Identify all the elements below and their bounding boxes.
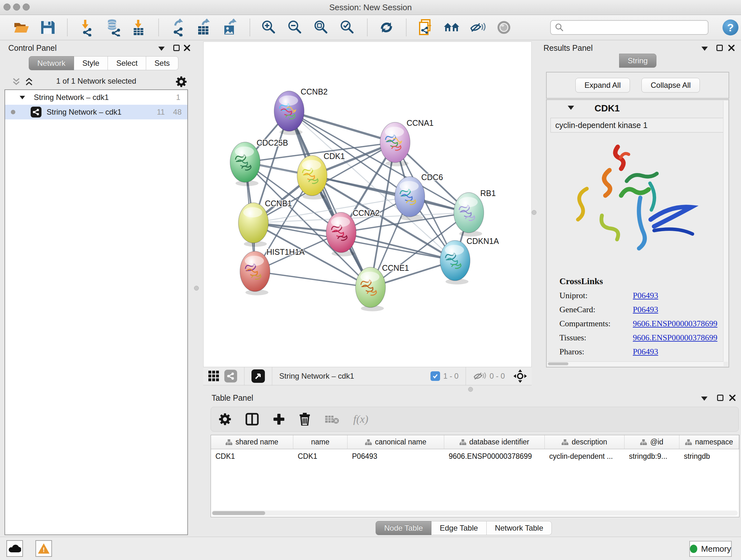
tab-node-table[interactable]: Node Table bbox=[376, 521, 431, 535]
network-row-selected[interactable]: String Network – cdk1 11 48 bbox=[5, 105, 187, 119]
crosslink-tissues[interactable]: 9606.ENSP00000378699 bbox=[633, 333, 718, 343]
network-canvas[interactable]: CCNB2CCNA1CDC25BCDK1CDC6RB1CCNB1CCNA2CDK… bbox=[203, 42, 532, 367]
delete-table-icon[interactable] bbox=[325, 414, 339, 425]
crosslink-uniprot[interactable]: P06493 bbox=[633, 291, 658, 300]
gene-collapse-icon[interactable] bbox=[568, 106, 574, 110]
panel-menu-icon[interactable] bbox=[158, 47, 165, 51]
export-image-button[interactable] bbox=[221, 18, 239, 37]
hidden-items-eye-slash-icon[interactable] bbox=[473, 371, 486, 381]
hide-glass-effect-button[interactable] bbox=[468, 18, 487, 37]
network-edge[interactable] bbox=[255, 271, 370, 287]
results-horizontal-scrollbar[interactable] bbox=[547, 361, 724, 366]
pan-crosshair-icon[interactable] bbox=[513, 369, 527, 383]
open-session-button[interactable] bbox=[12, 18, 30, 37]
tab-select[interactable]: Select bbox=[108, 56, 146, 70]
network-share-view-icon[interactable] bbox=[224, 370, 237, 382]
column-header-name[interactable]: name bbox=[293, 435, 347, 449]
network-collection-row[interactable]: String Network – cdk1 1 bbox=[5, 90, 187, 105]
results-vertical-scrollbar[interactable] bbox=[723, 101, 728, 362]
crosslink-compartments[interactable]: 9606.ENSP00000378699 bbox=[633, 319, 718, 328]
network-node-RB1[interactable]: RB1 bbox=[454, 189, 496, 237]
panel-menu-icon[interactable] bbox=[701, 396, 708, 401]
string-home-button[interactable] bbox=[442, 18, 461, 37]
panel-menu-icon[interactable] bbox=[701, 47, 708, 51]
birds-eye-view-icon[interactable] bbox=[252, 369, 265, 383]
import-database-button[interactable] bbox=[104, 18, 122, 37]
help-button[interactable]: ? bbox=[723, 19, 738, 36]
column-header-database-identifier[interactable]: database identifier bbox=[444, 435, 545, 449]
collection-expand-icon[interactable] bbox=[20, 96, 25, 99]
column-header-description[interactable]: description bbox=[545, 435, 624, 449]
memory-button[interactable]: Memory bbox=[689, 541, 732, 557]
tab-edge-table[interactable]: Edge Table bbox=[431, 521, 487, 535]
cell-description[interactable]: cyclin-dependent ... bbox=[545, 449, 624, 463]
close-panel-icon[interactable] bbox=[728, 45, 735, 51]
zoom-out-button[interactable] bbox=[286, 18, 305, 37]
close-panel-icon[interactable] bbox=[729, 395, 736, 401]
zoom-selected-button[interactable] bbox=[338, 18, 357, 37]
show-columns-icon[interactable] bbox=[246, 413, 259, 426]
zoom-in-button[interactable] bbox=[260, 18, 278, 37]
float-panel-icon[interactable] bbox=[717, 395, 724, 401]
cloud-status-button[interactable] bbox=[6, 540, 23, 557]
network-node-CCNE1[interactable]: CCNE1 bbox=[355, 263, 409, 311]
export-network-button[interactable] bbox=[169, 18, 187, 37]
gene-header[interactable]: CDK1 bbox=[547, 100, 729, 117]
tab-network[interactable]: Network bbox=[29, 56, 74, 70]
float-panel-icon[interactable] bbox=[717, 45, 723, 51]
window-title: Session: New Session bbox=[0, 3, 741, 12]
zoom-fit-button[interactable] bbox=[312, 18, 331, 37]
crosslink-genecard[interactable]: P06493 bbox=[633, 305, 658, 314]
tab-network-table[interactable]: Network Table bbox=[487, 521, 552, 535]
network-node-CDC6[interactable]: CDC6 bbox=[395, 173, 443, 221]
selected-items-checkbox[interactable] bbox=[430, 371, 440, 381]
refresh-icon bbox=[378, 19, 395, 36]
left-splitter-handle[interactable] bbox=[194, 286, 199, 291]
float-panel-icon[interactable] bbox=[173, 45, 180, 51]
network-node-HIST1H1A[interactable]: HIST1H1A bbox=[240, 247, 305, 295]
export-table-button[interactable] bbox=[195, 18, 213, 37]
grid-view-icon[interactable] bbox=[208, 370, 220, 382]
import-table-button[interactable] bbox=[130, 18, 148, 37]
network-node-CCNA1[interactable]: CCNA1 bbox=[380, 118, 434, 166]
collapse-all-button[interactable]: Collapse All bbox=[642, 78, 700, 92]
column-header-namespace[interactable]: namespace bbox=[679, 435, 739, 449]
bottom-splitter-handle[interactable] bbox=[468, 387, 473, 392]
close-panel-icon[interactable] bbox=[184, 45, 190, 51]
right-splitter-handle[interactable] bbox=[532, 210, 536, 215]
cell-id[interactable]: stringdb:9... bbox=[624, 449, 679, 463]
tab-string[interactable]: String bbox=[619, 54, 657, 68]
import-network-button[interactable] bbox=[77, 18, 96, 37]
string-protein-query-button[interactable] bbox=[416, 18, 434, 37]
function-builder-icon[interactable]: f(x) bbox=[353, 413, 368, 425]
column-header-shared-name[interactable]: shared name bbox=[211, 435, 293, 449]
network-edge[interactable] bbox=[289, 111, 370, 287]
search-input[interactable] bbox=[564, 23, 699, 32]
show-eye-button[interactable] bbox=[495, 18, 513, 37]
refresh-button[interactable] bbox=[377, 18, 396, 37]
network-node-CDC25B[interactable]: CDC25B bbox=[230, 138, 288, 186]
cell-database-identifier[interactable]: 9606.ENSP00000378699 bbox=[444, 449, 545, 463]
cell-canonical-name[interactable]: P06493 bbox=[347, 449, 444, 463]
tab-sets[interactable]: Sets bbox=[146, 56, 179, 70]
cell-shared-name[interactable]: CDK1 bbox=[211, 449, 293, 463]
warnings-button[interactable]: ! bbox=[36, 540, 52, 557]
network-share-icon bbox=[112, 29, 120, 37]
network-graph[interactable]: CCNB2CCNA1CDC25BCDK1CDC6RB1CCNB1CCNA2CDK… bbox=[204, 42, 531, 367]
column-header-canonical-name[interactable]: canonical name bbox=[347, 435, 444, 449]
crosslink-pharos[interactable]: P06493 bbox=[633, 347, 658, 357]
table-row[interactable]: CDK1 CDK1 P06493 9606.ENSP00000378699 cy… bbox=[211, 449, 739, 463]
network-edge[interactable] bbox=[289, 111, 395, 142]
table-horizontal-scrollbar[interactable] bbox=[212, 510, 738, 516]
column-header-id[interactable]: @id bbox=[624, 435, 679, 449]
expand-all-button[interactable]: Expand All bbox=[576, 78, 630, 92]
table-options-gear-icon[interactable] bbox=[219, 413, 231, 426]
cell-name[interactable]: CDK1 bbox=[293, 449, 347, 463]
cell-namespace[interactable]: stringdb bbox=[679, 449, 739, 463]
tab-style[interactable]: Style bbox=[74, 56, 108, 70]
network-node-CDKN1A[interactable]: CDKN1A bbox=[440, 237, 499, 285]
add-column-icon[interactable] bbox=[273, 413, 285, 425]
delete-column-icon[interactable] bbox=[299, 413, 311, 426]
save-session-button[interactable] bbox=[38, 18, 57, 37]
network-options-gear-icon[interactable] bbox=[176, 76, 187, 87]
